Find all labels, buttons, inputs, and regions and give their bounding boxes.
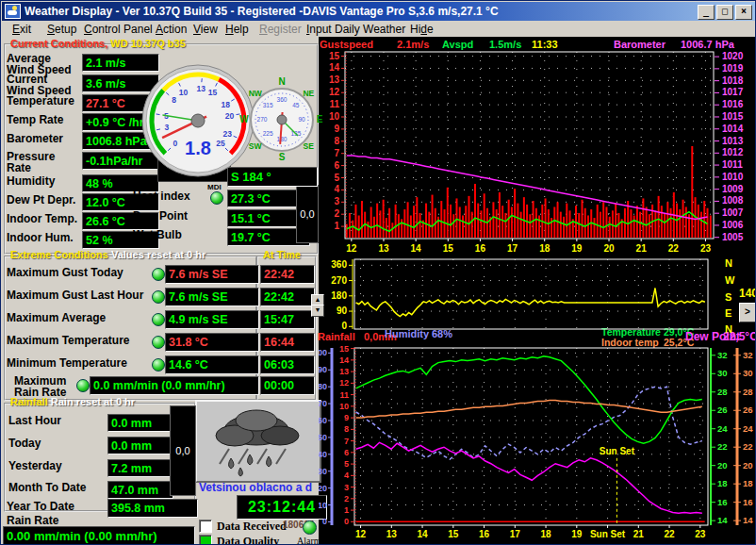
svg-text:22: 22 — [668, 243, 680, 254]
current-row-label: Humidity — [7, 176, 55, 188]
svg-text:45: 45 — [292, 102, 300, 108]
rainfall-row-value: 47.0 mm — [107, 481, 173, 499]
svg-text:26: 26 — [717, 405, 728, 415]
close-button[interactable]: × — [735, 5, 752, 20]
svg-text:28: 28 — [743, 387, 753, 397]
current-row-label: Dew Pt Depr. — [7, 195, 75, 206]
extreme-row-label: Maximum Gust Last Hour — [7, 290, 143, 302]
current-row-label: PressureRate — [7, 152, 55, 173]
title-bar[interactable]: Weather Display - Ver 10.37Q Build 35 - … — [2, 2, 756, 21]
svg-text:3: 3 — [334, 196, 339, 206]
svg-text:15: 15 — [448, 529, 459, 539]
svg-text:18: 18 — [540, 529, 551, 539]
svg-text:32: 32 — [743, 350, 753, 360]
menu-view[interactable]: View — [190, 22, 221, 37]
svg-text:16: 16 — [717, 497, 728, 507]
svg-text:14: 14 — [329, 62, 340, 73]
year-to-date-label: Year To Date — [7, 502, 74, 513]
svg-text:7: 7 — [344, 437, 349, 446]
mdi-label: MDI — [207, 183, 222, 191]
svg-text:8: 8 — [344, 424, 349, 434]
svg-text:1: 1 — [344, 505, 349, 515]
svg-text:1012: 1012 — [722, 147, 744, 157]
svg-text:7: 7 — [334, 148, 339, 158]
extreme-row-led — [152, 313, 165, 326]
svg-text:1: 1 — [334, 221, 339, 231]
menu-hide[interactable]: Hide — [407, 22, 436, 37]
svg-text:15: 15 — [329, 51, 340, 61]
svg-text:20: 20 — [319, 484, 327, 493]
menu-bar: ExitSetupControl PanelActionViewHelpRegi… — [2, 21, 756, 38]
svg-text:Sun Set: Sun Set — [600, 446, 635, 456]
svg-text:1015: 1015 — [722, 111, 744, 122]
rainfall-row-value: 0.0 mm — [107, 414, 173, 432]
extreme-row-time: 16:44 — [260, 333, 315, 352]
alarm-label: Alarm — [297, 536, 321, 545]
heat-index-led — [210, 191, 223, 205]
svg-text:180: 180 — [331, 290, 347, 301]
menu-setup[interactable]: Setup — [44, 22, 79, 37]
menu-help[interactable]: Help — [222, 22, 252, 37]
svg-text:23: 23 — [700, 243, 712, 254]
svg-text:225: 225 — [263, 130, 273, 137]
svg-text:26: 26 — [743, 405, 753, 415]
svg-text:13: 13 — [196, 84, 205, 93]
svg-text:1017: 1017 — [722, 87, 744, 97]
menu-action[interactable]: Action — [153, 22, 189, 37]
svg-text:5: 5 — [344, 459, 349, 469]
derived-row-label: Heat index — [133, 191, 190, 203]
data-quality-checkbox[interactable] — [199, 535, 212, 545]
minimize-button[interactable]: _ — [698, 5, 715, 20]
svg-text:0: 0 — [322, 517, 327, 526]
svg-text:100: 100 — [319, 348, 327, 357]
svg-text:20: 20 — [603, 243, 615, 254]
svg-text:8: 8 — [334, 136, 339, 146]
extreme-conditions-title: Extreme Conditions — [10, 249, 108, 260]
svg-text:5: 5 — [334, 173, 339, 183]
svg-text:23: 23 — [222, 129, 232, 139]
temp-humidity-chart: Sun Set010203040506070809010001234567891… — [319, 344, 756, 544]
menu-exit[interactable]: Exit — [9, 22, 34, 37]
extreme-row-value: 31.8 °C — [165, 333, 259, 352]
svg-text:Sun Set: Sun Set — [590, 529, 626, 539]
svg-text:2: 2 — [344, 494, 349, 504]
menu-control-panel[interactable]: Control Panel — [81, 22, 156, 37]
svg-text:S: S — [279, 152, 286, 162]
svg-text:1020: 1020 — [722, 51, 744, 61]
svg-text:20: 20 — [225, 111, 235, 121]
extreme-conditions-subtitle: Values reset at 0 hr — [111, 249, 205, 260]
svg-text:21: 21 — [633, 529, 645, 539]
svg-text:9: 9 — [334, 124, 339, 134]
derived-row-label: Dew Point — [133, 211, 188, 223]
svg-text:22: 22 — [743, 441, 753, 452]
clock-display: 23:12:44 — [237, 495, 327, 520]
extreme-row-led — [76, 379, 90, 392]
svg-text:1013: 1013 — [722, 136, 744, 146]
svg-text:1.8: 1.8 — [185, 138, 211, 158]
svg-text:0: 0 — [341, 321, 347, 331]
svg-text:16: 16 — [479, 529, 490, 539]
weather-icon-panel — [195, 400, 321, 483]
svg-text:4: 4 — [344, 471, 349, 480]
svg-text:14: 14 — [717, 515, 728, 525]
menu-input-daily-weather[interactable]: Input Daily Weather — [304, 22, 408, 37]
svg-text:17: 17 — [510, 529, 521, 539]
current-row-label: Indoor Temp. — [7, 214, 77, 225]
svg-text:14: 14 — [743, 515, 753, 525]
at-time-title: At Time — [263, 249, 301, 260]
menu-register[interactable]: Register — [256, 22, 304, 37]
data-received-checkbox[interactable] — [199, 520, 212, 533]
svg-text:12: 12 — [339, 378, 349, 388]
extreme-row-time: 22:42 — [260, 288, 315, 306]
maximize-button[interactable]: □ — [716, 5, 733, 20]
svg-text:21: 21 — [636, 243, 648, 254]
svg-text:24: 24 — [717, 423, 728, 434]
svg-text:40: 40 — [319, 450, 327, 459]
svg-text:90: 90 — [337, 306, 348, 316]
rainfall-row-label: Month To Date — [8, 483, 86, 494]
svg-text:1009: 1009 — [722, 184, 744, 194]
wind-direction-chart: 090180270360 — [319, 254, 756, 335]
svg-text:22: 22 — [717, 441, 728, 452]
rainfall-row-value: 0.0 mm — [107, 437, 173, 454]
extreme-row-value: 14.6 °C — [165, 355, 259, 374]
